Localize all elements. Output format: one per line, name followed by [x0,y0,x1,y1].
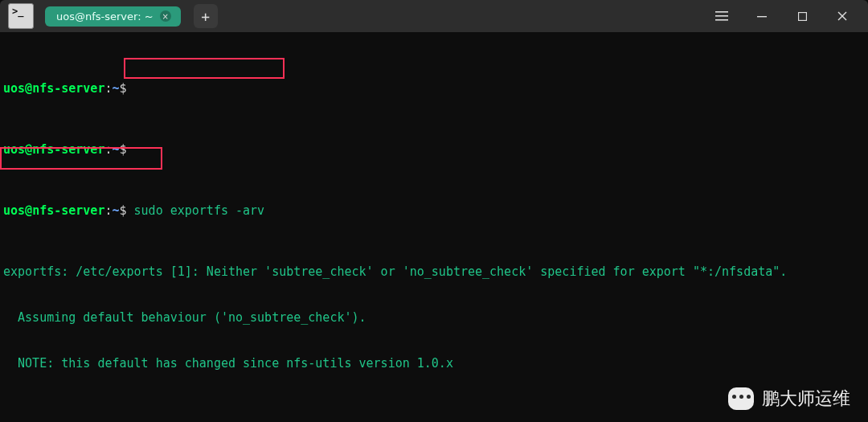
terminal-output: exportfs: /etc/exports [1]: Neither 'sub… [3,264,865,280]
minimize-button[interactable] [744,3,780,29]
window-controls [744,3,860,29]
terminal-line: uos@nfs-server:~$ sudo exportfs -arv [3,203,865,219]
prompt-at: @ [25,81,32,96]
prompt-user: uos [3,81,25,96]
tab-label: uos@nfs-server: ~ [56,10,154,23]
svg-rect-0 [715,11,728,13]
tab-close-icon[interactable]: × [160,10,171,22]
tab-active[interactable]: uos@nfs-server: ~ × [45,6,181,27]
watermark-text: 鹏大师运维 [762,387,850,411]
terminal-area[interactable]: uos@nfs-server:~$ uos@nfs-server:~$ uos@… [0,32,868,422]
new-tab-button[interactable]: + [194,4,218,28]
svg-rect-3 [757,16,767,17]
maximize-button[interactable] [784,3,820,29]
terminal-line: uos@nfs-server:~$ [3,81,865,96]
close-button[interactable] [825,3,860,29]
terminal-line: uos@nfs-server:~$ [3,142,865,158]
terminal-output: Assuming default behaviour ('no_subtree_… [3,310,865,326]
close-icon [837,11,847,21]
prompt-host: nfs-server [32,81,104,96]
prompt-dollar: $ [120,81,127,96]
svg-rect-1 [715,15,728,17]
titlebar: uos@nfs-server: ~ × + [0,0,868,32]
svg-rect-4 [798,12,806,20]
terminal-app-icon [8,3,34,29]
hamburger-menu-button[interactable] [704,3,739,29]
hamburger-icon [715,11,728,21]
chat-bubble-icon [728,387,754,410]
terminal-output: NOTE: this default has changed since nfs… [3,356,865,371]
command-text: sudo exportfs -arv [134,203,265,218]
svg-rect-2 [715,19,728,21]
highlight-box-command [124,58,285,79]
minimize-icon [757,11,767,21]
prompt-path: ~ [112,81,119,96]
watermark: 鹏大师运维 [728,387,850,411]
maximize-icon [798,12,807,21]
